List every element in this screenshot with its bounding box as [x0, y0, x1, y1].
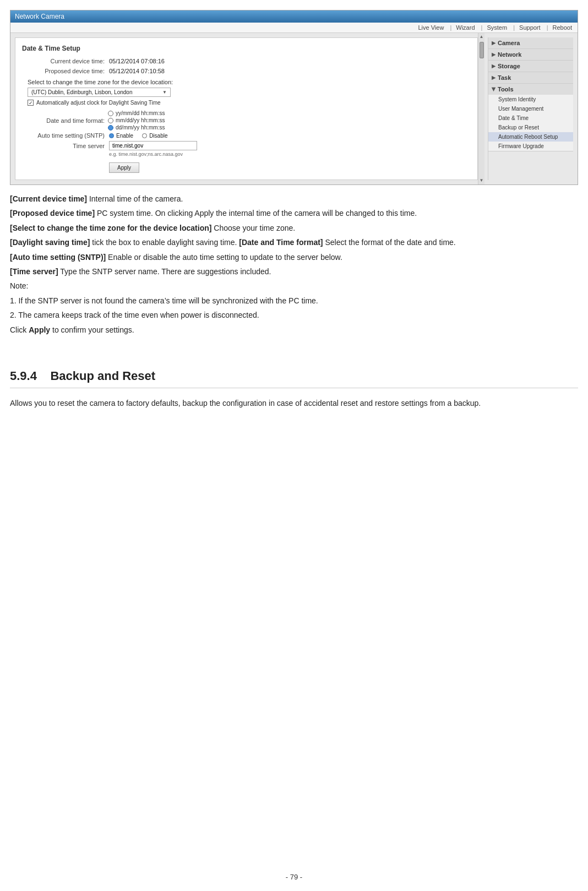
sntp-enable-radio[interactable]	[109, 133, 114, 138]
sntp-enable-label: Enable	[116, 133, 133, 139]
proposed-time-value: 05/12/2014 07:10:58	[109, 68, 165, 74]
date-format-options: yy/mm/dd hh:mm:ss mm/dd/yy hh:mm:ss dd/m…	[108, 110, 165, 131]
click-apply-row: Click Apply to confirm your settings.	[10, 324, 578, 336]
chevron-right-icon-task: ▶	[492, 75, 496, 80]
format-radio-2[interactable]	[108, 118, 113, 123]
sidebar-item-firmware-upgrade[interactable]: Firmware Upgrade	[488, 142, 573, 151]
camera-title-label: Network Camera	[15, 13, 64, 20]
camera-titlebar: Network Camera	[10, 10, 578, 23]
time-server-label: Time server	[22, 143, 105, 149]
sidebar-header-task[interactable]: ▶ Task	[488, 72, 573, 83]
sidebar-tools-label: Tools	[498, 86, 514, 93]
time-server-desc-text: Type the SNTP server name. There are sug…	[60, 267, 271, 276]
daylight-saving-row: ✓ Automatically adjust clock for Dayligh…	[28, 100, 471, 106]
timezone-value: (UTC) Dublin, Edinburgh, Lisbon, London	[31, 89, 132, 95]
daylight-saving-checkbox[interactable]: ✓	[28, 100, 34, 106]
sidebar-header-camera[interactable]: ▶ Camera	[488, 37, 573, 48]
current-time-desc-text: Internal time of the camera.	[89, 194, 183, 203]
time-server-desc-row: [Time server] Type the SNTP server name.…	[10, 265, 578, 278]
camera-main-content: Date & Time Setup Current device time: 0…	[15, 37, 478, 180]
sidebar-section-task: ▶ Task	[488, 72, 573, 84]
apply-button[interactable]: Apply	[109, 162, 139, 173]
sidebar-network-label: Network	[498, 51, 521, 58]
sntp-disable[interactable]: Disable	[142, 133, 167, 139]
sidebar-camera-label: Camera	[498, 40, 520, 46]
sidebar-item-date-time[interactable]: Date & Time	[488, 113, 573, 123]
sidebar-item-user-management[interactable]: User Management	[488, 104, 573, 113]
time-server-bold: [Time server]	[10, 267, 58, 276]
proposed-desc-text: PC system time. On clicking Apply the in…	[97, 209, 417, 218]
format-option-3[interactable]: dd/mm/yy hh:mm:ss	[108, 124, 165, 131]
date-format-bold: [Date and Time format]	[239, 238, 323, 247]
format-label-3: dd/mm/yy hh:mm:ss	[116, 124, 165, 131]
server-hint: e.g. time.nist.gov;ns.arc.nasa.gov	[109, 151, 471, 157]
timezone-select-row: (UTC) Dublin, Edinburgh, Lisbon, London …	[28, 88, 471, 97]
scroll-thumb[interactable]	[480, 42, 484, 58]
chevron-right-icon-network: ▶	[492, 52, 496, 57]
sidebar-item-system-identity[interactable]: System Identity	[488, 95, 573, 104]
proposed-time-desc: [Proposed device time] PC system time. O…	[10, 207, 578, 219]
format-option-2[interactable]: mm/dd/yy hh:mm:ss	[108, 117, 165, 123]
proposed-bold: [Proposed device time]	[10, 209, 95, 218]
note2-text: 2. The camera keeps track of the time ev…	[10, 309, 578, 321]
date-format-label: Date and time format:	[22, 117, 105, 124]
format-radio-1[interactable]	[108, 111, 113, 116]
sidebar-header-storage[interactable]: ▶ Storage	[488, 61, 573, 72]
sntp-label: Auto time setting (SNTP)	[22, 132, 105, 139]
daylight-saving-label: Automatically adjust clock for Daylight …	[36, 100, 161, 106]
camera-body: Date & Time Setup Current device time: 0…	[10, 33, 578, 184]
nav-system[interactable]: System	[487, 24, 515, 31]
chevron-down-icon: ▼	[162, 90, 167, 95]
time-server-input[interactable]	[109, 141, 197, 150]
content-title: Date & Time Setup	[22, 45, 471, 52]
sidebar-header-tools[interactable]: ▶ Tools	[488, 84, 573, 95]
note1-text: 1. If the SNTP server is not found the c…	[10, 295, 578, 307]
camera-topnav: Live View Wizard System Support Reboot	[10, 23, 578, 33]
sidebar-section-storage: ▶ Storage	[488, 61, 573, 72]
page-number: - 79 -	[286, 873, 302, 881]
sntp-desc-row: [Auto time setting (SNTP)] Enable or dis…	[10, 251, 578, 263]
click-apply-text: Click	[10, 325, 29, 334]
current-time-row: Current device time: 05/12/2014 07:08:16	[22, 58, 471, 64]
scroll-down-icon[interactable]: ▼	[480, 178, 484, 183]
section-title: Backup and Reset	[50, 369, 155, 383]
proposed-time-row: Proposed device time: 05/12/2014 07:10:5…	[22, 68, 471, 74]
scroll-up-icon[interactable]: ▲	[480, 34, 484, 40]
nav-wizard[interactable]: Wizard	[456, 24, 482, 31]
body-text-section: [Current device time] Internal time of t…	[10, 193, 578, 336]
date-format-desc-text: Select the format of the date and time.	[325, 238, 455, 247]
nav-liveview[interactable]: Live View	[418, 24, 451, 31]
sntp-disable-radio[interactable]	[142, 133, 147, 138]
timezone-desc: [Select to change the time zone for the …	[10, 222, 578, 234]
sidebar-section-tools: ▶ Tools System Identity User Management …	[488, 84, 573, 151]
format-label-2: mm/dd/yy hh:mm:ss	[116, 117, 165, 123]
nav-reboot[interactable]: Reboot	[553, 24, 572, 31]
sntp-row: Auto time setting (SNTP) Enable Disable	[22, 132, 471, 139]
chevron-right-icon: ▶	[492, 40, 496, 46]
current-time-bold: [Current device time]	[10, 194, 87, 203]
content-scrollbar[interactable]: ▲ ▼	[478, 33, 484, 184]
timezone-section-label: Select to change the time zone for the d…	[28, 79, 471, 85]
chevron-right-icon-storage: ▶	[492, 63, 496, 69]
camera-ui-screenshot: Network Camera Live View Wizard System S…	[10, 10, 578, 185]
auto-time-bold: [Auto time setting (SNTP)]	[10, 253, 106, 262]
chevron-down-icon-tools: ▶	[491, 88, 497, 91]
backup-desc-text: Allows you to reset the camera to factor…	[10, 397, 578, 409]
sidebar-header-network[interactable]: ▶ Network	[488, 49, 573, 60]
current-time-label: Current device time:	[22, 58, 105, 64]
proposed-time-label: Proposed device time:	[22, 68, 105, 74]
format-radio-3[interactable]	[108, 125, 113, 131]
sntp-enable[interactable]: Enable	[109, 133, 133, 139]
backup-section-desc: Allows you to reset the camera to factor…	[10, 397, 578, 409]
click-apply-bold: Apply	[29, 325, 50, 334]
sidebar-item-backup-reset[interactable]: Backup or Reset	[488, 123, 573, 132]
timezone-dropdown[interactable]: (UTC) Dublin, Edinburgh, Lisbon, London …	[28, 88, 171, 97]
format-option-1[interactable]: yy/mm/dd hh:mm:ss	[108, 110, 165, 116]
time-server-row: Time server	[22, 141, 471, 150]
sidebar-section-network: ▶ Network	[488, 49, 573, 61]
nav-support[interactable]: Support	[519, 24, 548, 31]
daylight-desc-row: [Daylight saving time] tick the box to e…	[10, 236, 578, 248]
section-number: 5.9.4	[10, 369, 37, 383]
sidebar-item-auto-reboot[interactable]: Automatic Reboot Setup	[488, 132, 573, 142]
daylight-desc-text: tick the box to enable daylight saving t…	[92, 238, 237, 247]
